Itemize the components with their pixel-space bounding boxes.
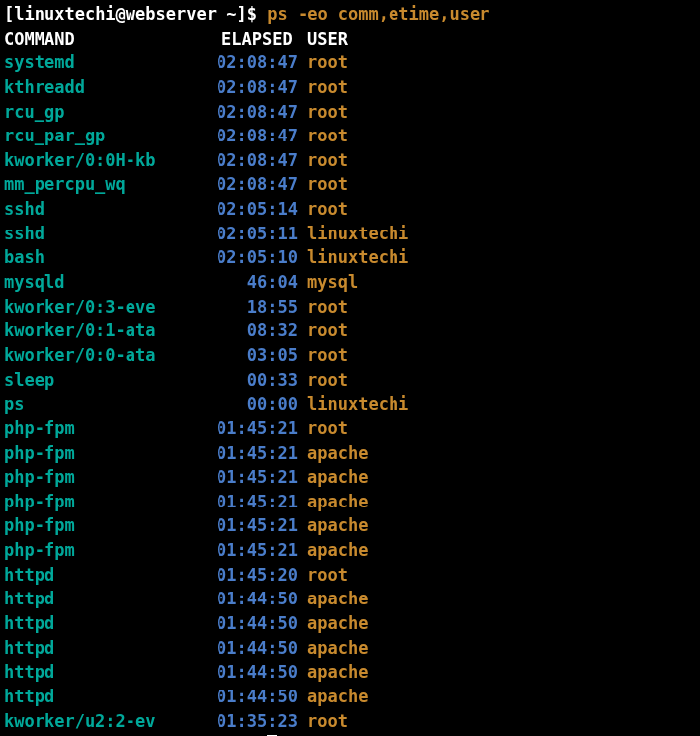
process-elapsed: 01:45:20: [212, 563, 307, 588]
process-command: httpd: [4, 685, 212, 709]
table-row: php-fpm01:45:21apache: [4, 538, 408, 563]
table-row: kworker/u2:2-ev01:35:23root: [4, 709, 408, 734]
table-row: php-fpm01:45:21apache: [4, 490, 408, 514]
process-command: httpd: [4, 660, 212, 685]
table-row: httpd01:44:50apache: [4, 636, 408, 661]
process-elapsed: 01:45:21: [212, 513, 307, 538]
process-command: kworker/0:0H-kb: [4, 148, 212, 173]
table-row: rcu_par_gp02:08:47root: [4, 124, 408, 148]
process-elapsed: 01:44:50: [212, 636, 307, 661]
process-command: php-fpm: [4, 416, 212, 441]
process-table: COMMAND ELAPSED USER systemd02:08:47root…: [4, 27, 408, 734]
process-elapsed: 02:08:47: [212, 50, 307, 75]
process-elapsed: 02:08:47: [212, 172, 307, 197]
process-elapsed: 08:32: [212, 319, 307, 343]
process-user: linuxtechi: [307, 245, 408, 270]
process-user: apache: [307, 611, 408, 636]
table-header-row: COMMAND ELAPSED USER: [4, 27, 408, 51]
process-command: httpd: [4, 587, 212, 611]
process-elapsed: 02:05:11: [212, 222, 307, 246]
process-user: apache: [307, 513, 408, 538]
table-row: ps00:00linuxtechi: [4, 392, 408, 416]
process-command: kworker/0:3-eve: [4, 295, 212, 320]
process-elapsed: 01:45:21: [212, 441, 307, 466]
process-command: kthreadd: [4, 75, 212, 100]
process-user: root: [307, 295, 408, 320]
process-elapsed: 02:08:47: [212, 75, 307, 100]
process-user: root: [307, 148, 408, 173]
process-elapsed: 02:08:47: [212, 148, 307, 173]
table-row: bash02:05:10linuxtechi: [4, 245, 408, 270]
process-command: bash: [4, 245, 212, 270]
process-user: root: [307, 100, 408, 125]
process-user: apache: [307, 587, 408, 611]
table-row: php-fpm01:45:21root: [4, 416, 408, 441]
process-elapsed: 01:44:50: [212, 587, 307, 611]
process-command: ps: [4, 392, 212, 416]
header-user: USER: [307, 27, 408, 51]
process-command: php-fpm: [4, 490, 212, 514]
process-user: apache: [307, 636, 408, 661]
process-user: root: [307, 343, 408, 368]
process-user: apache: [307, 660, 408, 685]
process-elapsed: 01:45:21: [212, 490, 307, 514]
table-row: php-fpm01:45:21apache: [4, 513, 408, 538]
process-elapsed: 02:05:10: [212, 245, 307, 270]
process-user: linuxtechi: [307, 222, 408, 246]
process-user: apache: [307, 465, 408, 490]
process-user: root: [307, 172, 408, 197]
table-row: sshd02:05:14root: [4, 197, 408, 222]
table-row: php-fpm01:45:21apache: [4, 465, 408, 490]
process-user: apache: [307, 538, 408, 563]
process-user: root: [307, 319, 408, 343]
process-user: root: [307, 709, 408, 734]
table-row: mm_percpu_wq02:08:47root: [4, 172, 408, 197]
process-elapsed: 01:44:50: [212, 660, 307, 685]
process-elapsed: 01:35:23: [212, 709, 307, 734]
process-user: linuxtechi: [307, 392, 408, 416]
header-elapsed: ELAPSED: [212, 27, 307, 51]
table-row: kworker/0:0H-kb02:08:47root: [4, 148, 408, 173]
process-elapsed: 01:45:21: [212, 538, 307, 563]
table-row: sshd02:05:11linuxtechi: [4, 222, 408, 246]
process-command: rcu_par_gp: [4, 124, 212, 148]
process-command: php-fpm: [4, 465, 212, 490]
process-elapsed: 01:44:50: [212, 611, 307, 636]
process-elapsed: 46:04: [212, 270, 307, 295]
process-elapsed: 02:08:47: [212, 100, 307, 125]
process-user: mysql: [307, 270, 408, 295]
prompt-user: linuxtechi: [14, 4, 115, 24]
process-elapsed: 01:45:21: [212, 465, 307, 490]
process-command: sshd: [4, 197, 212, 222]
process-user: root: [307, 416, 408, 441]
process-command: kworker/0:1-ata: [4, 319, 212, 343]
process-command: httpd: [4, 563, 212, 588]
process-command: kworker/0:0-ata: [4, 343, 212, 368]
process-user: root: [307, 563, 408, 588]
process-user: root: [307, 75, 408, 100]
process-elapsed: 02:08:47: [212, 124, 307, 148]
process-elapsed: 01:44:50: [212, 685, 307, 709]
prompt-path: ~: [226, 4, 236, 24]
table-row: httpd01:45:20root: [4, 563, 408, 588]
process-command: php-fpm: [4, 538, 212, 563]
process-command: kworker/u2:2-ev: [4, 709, 212, 734]
process-command: mm_percpu_wq: [4, 172, 212, 197]
table-row: sleep00:33root: [4, 368, 408, 393]
table-row: httpd01:44:50apache: [4, 611, 408, 636]
process-user: root: [307, 50, 408, 75]
process-elapsed: 01:45:21: [212, 416, 307, 441]
process-elapsed: 03:05: [212, 343, 307, 368]
process-command: php-fpm: [4, 441, 212, 466]
table-row: kworker/0:0-ata03:05root: [4, 343, 408, 368]
table-row: rcu_gp02:08:47root: [4, 100, 408, 125]
header-command: COMMAND: [4, 27, 212, 51]
process-command: systemd: [4, 50, 212, 75]
process-elapsed: 02:05:14: [212, 197, 307, 222]
prompt-line-1: [linuxtechi@webserver ~]$ ps -eo comm,et…: [4, 2, 696, 27]
process-user: apache: [307, 441, 408, 466]
table-row: php-fpm01:45:21apache: [4, 441, 408, 466]
table-row: httpd01:44:50apache: [4, 587, 408, 611]
table-row: systemd02:08:47root: [4, 50, 408, 75]
table-row: kthreadd02:08:47root: [4, 75, 408, 100]
